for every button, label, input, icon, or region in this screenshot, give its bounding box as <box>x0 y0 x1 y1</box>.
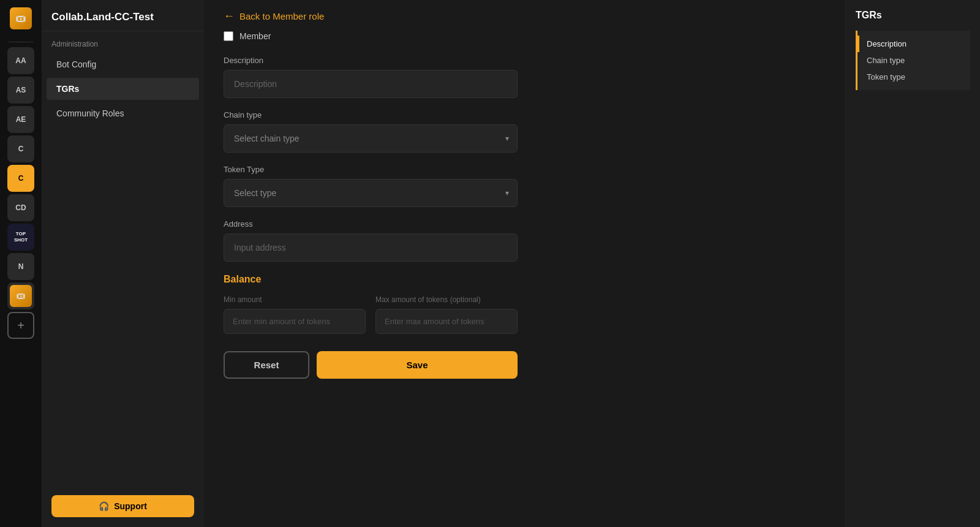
avatar-cd[interactable]: CD <box>7 194 34 221</box>
chain-type-label: Chain type <box>224 110 826 119</box>
tgr-nav-chain-type[interactable]: Chain type <box>858 52 970 69</box>
member-checkbox[interactable] <box>224 31 233 41</box>
sidebar-item-bot-config[interactable]: Bot Config <box>47 53 199 75</box>
sidebar-item-community-roles[interactable]: Community Roles <box>47 102 199 124</box>
sidebar-bottom: 🎧 Support <box>42 485 204 527</box>
address-section: Address <box>224 219 826 262</box>
token-type-select[interactable]: Select type <box>224 179 518 207</box>
support-button[interactable]: 🎧 Support <box>51 495 194 517</box>
avatar-c-active[interactable]: C <box>7 165 34 192</box>
add-server-button[interactable]: + <box>7 312 34 339</box>
logo-shape: 🎟 <box>10 7 32 29</box>
avatar-ae[interactable]: AE <box>7 106 34 133</box>
sidebar-section-admin: Administration <box>42 31 204 52</box>
avatar-topshot[interactable]: TOPSHOT <box>7 224 34 251</box>
description-input[interactable] <box>224 70 518 98</box>
icon-bar: 🎟 AA AS AE C C CD TOPSHOT N 🎟 + <box>0 0 42 527</box>
member-label: Member <box>239 31 271 41</box>
max-amount-field: Max amount of tokens (optional) <box>375 295 518 334</box>
back-link[interactable]: ← Back to Member role <box>224 0 826 31</box>
app-name: Collab.Land-CC-Test <box>42 0 204 31</box>
balance-title: Balance <box>224 274 826 285</box>
avatar-img[interactable]: 🎟 <box>7 282 34 309</box>
avatar-as[interactable]: AS <box>7 77 34 104</box>
min-amount-label: Min amount <box>224 295 366 304</box>
tgr-nav-description[interactable]: Description <box>858 36 970 52</box>
tgr-nav-token-type[interactable]: Token type <box>858 69 970 85</box>
sidebar-item-tgrs[interactable]: TGRs <box>47 78 199 100</box>
divider <box>9 42 33 42</box>
min-amount-input[interactable] <box>224 309 366 334</box>
right-panel: TGRs Description Chain type Token type <box>845 0 980 527</box>
chain-type-select[interactable]: Select chain type <box>224 124 518 153</box>
sidebar: Collab.Land-CC-Test Administration Bot C… <box>42 0 204 527</box>
token-type-wrapper: Select type ▾ <box>224 179 518 207</box>
avatar-aa[interactable]: AA <box>7 47 34 74</box>
avatar-c1[interactable]: C <box>7 135 34 162</box>
member-row: Member <box>224 31 826 41</box>
chain-type-section: Chain type Select chain type ▾ <box>224 110 826 153</box>
avatar-n[interactable]: N <box>7 253 34 280</box>
max-amount-input[interactable] <box>375 309 518 334</box>
reset-button[interactable]: Reset <box>224 351 309 379</box>
address-label: Address <box>224 219 826 229</box>
chain-type-wrapper: Select chain type ▾ <box>224 124 518 153</box>
app-logo[interactable]: 🎟 <box>7 5 34 32</box>
token-type-label: Token Type <box>224 165 826 174</box>
min-amount-field: Min amount <box>224 295 366 334</box>
main-content: ← Back to Member role Member Description… <box>204 0 845 527</box>
right-panel-title: TGRs <box>856 10 970 21</box>
balance-row: Min amount Max amount of tokens (optiona… <box>224 295 518 334</box>
save-button[interactable]: Save <box>317 351 518 379</box>
description-section: Description <box>224 56 826 98</box>
address-input[interactable] <box>224 233 518 262</box>
description-label: Description <box>224 56 826 65</box>
token-type-section: Token Type Select type ▾ <box>224 165 826 207</box>
action-row: Reset Save <box>224 351 518 379</box>
tgr-nav-group: Description Chain type Token type <box>856 31 970 90</box>
support-icon: 🎧 <box>99 501 109 511</box>
max-amount-label: Max amount of tokens (optional) <box>375 295 518 304</box>
back-arrow-icon: ← <box>224 10 235 23</box>
